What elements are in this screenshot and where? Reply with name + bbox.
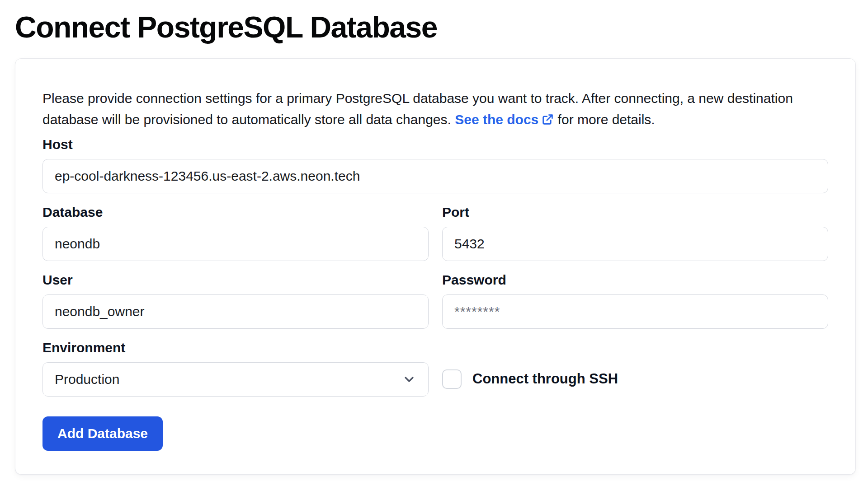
external-link-icon [542, 110, 554, 122]
environment-select[interactable]: Production [42, 362, 429, 397]
page-title: Connect PostgreSQL Database [15, 11, 856, 44]
port-input[interactable] [442, 227, 828, 261]
environment-label: Environment [42, 340, 429, 356]
host-input[interactable] [42, 159, 828, 193]
password-label: Password [442, 272, 828, 288]
ssh-checkbox-label[interactable]: Connect through SSH [472, 371, 618, 387]
connection-form-card: Please provide connection settings for a… [15, 58, 856, 475]
database-input[interactable] [42, 227, 429, 261]
intro-text-after-link: for more details. [554, 112, 655, 127]
password-field-group: Password [442, 261, 828, 329]
ssh-checkbox[interactable] [442, 369, 462, 389]
intro-text: Please provide connection settings for a… [42, 88, 828, 130]
database-field-group: Database [42, 193, 429, 261]
environment-field-group: Environment Production [42, 329, 429, 397]
chevron-down-icon [402, 372, 416, 387]
password-input[interactable] [442, 294, 828, 329]
see-the-docs-link[interactable]: See the docs [455, 112, 554, 127]
host-label: Host [42, 136, 828, 153]
database-label: Database [42, 204, 429, 220]
page: Connect PostgreSQL Database Please provi… [0, 0, 868, 475]
see-the-docs-label: See the docs [455, 112, 538, 127]
port-field-group: Port [442, 193, 828, 261]
user-label: User [42, 272, 429, 288]
ssh-option-row: Connect through SSH [442, 369, 828, 389]
port-label: Port [442, 204, 828, 220]
user-input[interactable] [42, 294, 429, 329]
intro-text-before-link: Please provide connection settings for a… [42, 91, 793, 127]
environment-selected-value: Production [55, 372, 119, 387]
user-field-group: User [42, 261, 429, 329]
add-database-button[interactable]: Add Database [42, 416, 163, 451]
